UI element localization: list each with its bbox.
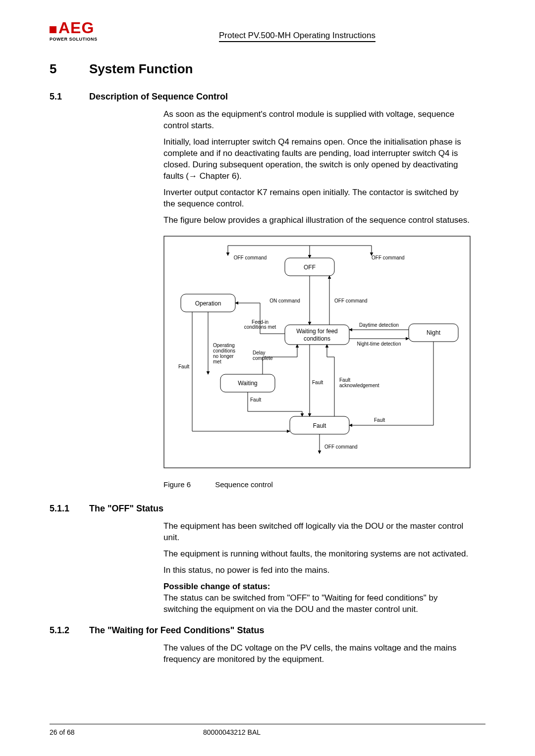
node-fault: Fault xyxy=(313,422,326,429)
paragraph-strong: Possible change of status: xyxy=(163,581,471,593)
edge-daytime: Daytime detection xyxy=(359,322,399,328)
status-change-label: Possible change of status: xyxy=(163,582,270,591)
edge-fault-night: Fault xyxy=(374,417,385,423)
figure-caption: Figure 6 Sequence control xyxy=(163,480,485,489)
paragraph: The status can be switched from "OFF" to… xyxy=(163,593,471,615)
node-night: Night xyxy=(427,329,441,336)
body-5-1-1: The equipment has been switched off logi… xyxy=(163,521,471,615)
subsection-5-1-1-heading: 5.1.1 The "OFF" Status xyxy=(50,504,485,514)
section-title: System Function xyxy=(89,61,193,77)
paragraph: In this status, no power is fed into the… xyxy=(163,565,471,576)
node-operation: Operation xyxy=(195,300,221,307)
subsection-5-1-2-heading: 5.1.2 The "Waiting for Feed Conditions" … xyxy=(50,625,485,636)
paragraph: The equipment has been switched off logi… xyxy=(163,521,471,544)
figure-caption-text: Sequence control xyxy=(215,480,273,489)
node-waiting: Waiting xyxy=(238,380,258,387)
subsection-number: 5.1.1 xyxy=(50,504,89,514)
body-5-1-2: The values of the DC voltage on the PV c… xyxy=(163,643,471,665)
body-5-1: As soon as the equipment's control modul… xyxy=(163,109,471,226)
edge-opc-l2: conditions xyxy=(213,348,235,353)
edge-fault-left: Fault xyxy=(178,364,189,369)
page-header: AEG POWER SOLUTIONS Protect PV.500-MH Op… xyxy=(50,20,485,42)
page-footer: 26 of 68 80000043212 BAL xyxy=(50,724,485,736)
edge-fault-waiting: Fault xyxy=(250,397,261,403)
node-waiting-feed-l1: Waiting for feed xyxy=(296,328,338,335)
paragraph: The values of the DC voltage on the PV c… xyxy=(163,643,471,665)
section-number: 5 xyxy=(50,61,89,77)
edge-off-cmd-left: OFF command xyxy=(234,255,267,260)
edge-off-cmd-mid: OFF command xyxy=(334,298,368,303)
subsection-title: Description of Sequence Control xyxy=(89,92,228,102)
edge-off-cmd-right: OFF command xyxy=(372,255,405,260)
section-heading: 5 System Function xyxy=(50,61,485,77)
node-off: OFF xyxy=(304,264,316,271)
edge-fault-feed: Fault xyxy=(312,380,323,385)
edge-off-cmd-fault: OFF command xyxy=(324,444,358,450)
subsection-title: The "OFF" Status xyxy=(89,504,163,514)
edge-fack-l2: acknowledgement xyxy=(339,383,379,388)
page-number: 26 of 68 xyxy=(50,728,163,736)
edge-on-cmd: ON command xyxy=(269,298,300,303)
subsection-5-1-heading: 5.1 Description of Sequence Control xyxy=(50,92,485,102)
edge-opc-l1: Operating xyxy=(213,343,235,348)
subsection-number: 5.1.2 xyxy=(50,625,89,636)
node-waiting-feed-l2: conditions xyxy=(304,335,330,342)
subsection-number: 5.1 xyxy=(50,92,89,102)
logo-square-icon xyxy=(50,26,56,33)
logo: AEG POWER SOLUTIONS xyxy=(50,20,109,42)
edge-feed-l2: conditions met xyxy=(244,324,276,330)
edge-opc-l4: met xyxy=(213,359,221,364)
header-doc-title: Protect PV.500-MH Operating Instructions xyxy=(219,31,375,40)
logo-text: AEG xyxy=(50,20,109,36)
edge-delay-l1: Delay xyxy=(253,350,266,355)
paragraph: As soon as the equipment's control modul… xyxy=(163,109,471,132)
svg-rect-0 xyxy=(164,236,470,468)
subsection-title: The "Waiting for Feed Conditions" Status xyxy=(89,625,264,636)
figure-label: Figure 6 xyxy=(163,480,213,489)
paragraph: Initially, load interrupter switch Q4 re… xyxy=(163,137,471,182)
paragraph: The equipment is running without faults,… xyxy=(163,549,471,560)
figure-6: OFF OFF command OFF command ON command O… xyxy=(163,236,485,470)
edge-delay-l2: complete xyxy=(253,355,273,361)
logo-brand: AEG xyxy=(58,19,94,37)
paragraph: The figure below provides a graphical il… xyxy=(163,215,471,226)
sequence-control-diagram: OFF OFF command OFF command ON command O… xyxy=(163,236,471,468)
edge-opc-l3: no longer xyxy=(213,353,234,359)
doc-number: 80000043212 BAL xyxy=(163,728,485,736)
edge-nighttime: Night-time detection xyxy=(357,341,401,347)
paragraph: Inverter output contactor K7 remains ope… xyxy=(163,187,471,210)
header-title-wrap: Protect PV.500-MH Operating Instructions xyxy=(109,31,485,42)
edge-fack-l1: Fault xyxy=(339,377,350,383)
logo-subtitle: POWER SOLUTIONS xyxy=(50,37,109,42)
